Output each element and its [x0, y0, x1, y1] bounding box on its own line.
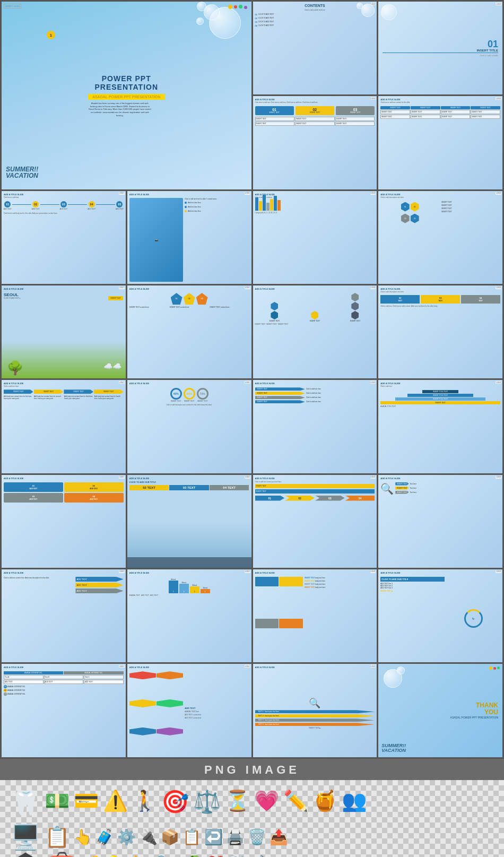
sd6: Click here to add text. — [4, 197, 124, 199]
slide-11[interactable]: LOGO ADD A TITLE SLIDE 01 02 03 INSERT T… — [127, 285, 251, 378]
slide-22[interactable]: LOGO ADD A TITLE SLIDE Click to add text… — [2, 569, 126, 662]
thankyou-sub: ASADAL POWER PPT PRESENTATION — [383, 716, 498, 719]
seoul-sub: CLICK TO ADD TEXT ♦ — [4, 297, 124, 299]
sn26: LOGO — [119, 665, 125, 668]
hex-content: 01 02 03 04 INSERT TEXT INSERT TEXT INSE… — [380, 201, 500, 223]
slide-20[interactable]: LOGO ADD A TITLE SLIDE Click to add text… — [253, 475, 377, 568]
warning-icon: ⚠️ — [103, 791, 128, 811]
deco-bubble-title — [381, 4, 397, 20]
slide-28[interactable]: LOGO ADD A TITLE SLIDE 🔍 TEXT 1 · Insert… — [253, 664, 377, 757]
content-24: INSERT TEXT body text here INSERT TEXT b… — [255, 577, 375, 660]
sh4: ADD A TITLE SLIDE — [255, 98, 375, 101]
sd17: Click to add text. — [380, 386, 500, 388]
slide-8[interactable]: LOGO ADD A TITLE SLIDE Click to add text… — [253, 191, 377, 284]
sh14: ADD A TITLE SLIDE — [4, 382, 124, 385]
slide-14[interactable]: LOGO ADD A TITLE SLIDE Click to add text… — [2, 380, 126, 473]
hero-sub-title: ASADAL POWER PPT PRESENTATION — [88, 94, 165, 100]
tree-icon: 🌳 — [7, 360, 23, 376]
banner-steps-13: 02TEXT 03TEXT 04TEXT — [380, 295, 500, 304]
slide-26[interactable]: LOGO ADD A TITLE SLIDE ASADAL INTERNET I… — [2, 664, 126, 757]
sh10: ADD A TITLE SLIDE — [4, 288, 124, 290]
arrow-row-14: INSERT TEXT INSERT TEXT INSERT TEXT INSE… — [4, 389, 124, 394]
sn8: LOGO — [370, 192, 376, 195]
slide-21[interactable]: LOGO ADD A TITLE SLIDE 🔍 INSERT TEXT Tex… — [378, 475, 502, 568]
slide-insert-title[interactable]: LOGO 01 INSERT TITLE Click to add subtit… — [378, 2, 502, 94]
hero-title-block: POWER PPTPRESENTATION ASADAL POWER PPT P… — [88, 74, 165, 117]
slide-17[interactable]: LOGO ADD A TITLE SLIDE Click to add text… — [378, 380, 502, 473]
thank-vacation: SUMMER!!VACATION — [381, 743, 406, 753]
contents-item-3: 03 CLICK TO ADD TEXT — [255, 20, 375, 24]
sd20: Click to add text. Insert your text here… — [255, 481, 375, 483]
slide-24[interactable]: LOGO ADD A TITLE SLIDE INSERT TEXT body … — [253, 569, 377, 662]
seoul-label: SEOUL — [4, 292, 124, 297]
table-4: INSERT TEXT INSERT TEXT INSERT TEXT INSE… — [255, 117, 375, 126]
content-27: ADD TEXT ASADAL TEXT here ADD TEXT conte… — [129, 671, 249, 755]
pentagon-row: 01 02 03 — [129, 293, 249, 305]
sn4: LOGO — [370, 97, 376, 100]
sd5: Click here to add text content for the s… — [380, 102, 500, 104]
sh23: ADD A TITLE SLIDE — [129, 572, 249, 574]
slide-18[interactable]: LOGO ADD A TITLE SLIDE 01ADD TEXT 02ADD … — [2, 475, 126, 568]
slide-7[interactable]: LOGO ADD A TITLE SLIDE 📷 Click to add te… — [127, 191, 251, 284]
slide-25[interactable]: LOGO ADD A TITLE SLIDE CLICK TO ADD SUB … — [378, 569, 502, 662]
sn5: LOGO — [496, 97, 501, 100]
bubble-small — [197, 2, 206, 11]
sh20: ADD A TITLE SLIDE — [255, 477, 375, 480]
slide-5[interactable]: LOGO ADD A TITLE SLIDE Click here to add… — [378, 96, 502, 189]
slide-num-badge-2: LOGO — [496, 3, 501, 5]
slide-grid: INSERT LOGO POWER PPTPRESENTATION ASADAL… — [0, 0, 504, 759]
table-26: ASADAL INTERNET INC. ASADAL INTERNET INC… — [4, 671, 124, 696]
insert-text-20: INSERT TEXT — [255, 484, 375, 488]
sn14: LOGO — [119, 381, 125, 384]
insert-subtitle: Click to add subtitle — [383, 54, 498, 57]
text-grid-5: INSERT TEXT INSERT TEXT INSERT TEXT INSE… — [380, 106, 500, 119]
desc15: Click to add descriptive text content fo… — [129, 404, 249, 406]
slide-16[interactable]: LOGO ADD A TITLE SLIDE INSERT TEXT Click… — [253, 380, 377, 473]
png-content: 🦷 💵 💳 ⚠️ 🚶 🎯 ⚖️ ⏳ 💗 ✏️ 🍯 👥 — [0, 780, 504, 858]
slide-9[interactable]: LOGO ADD A TITLE SLIDE Click to add desc… — [378, 191, 502, 284]
thank-text-block: THANKYOU ASADAL POWER PPT PRESENTATION — [383, 702, 498, 719]
slide-13[interactable]: LOGO ADD A TITLE SLIDE Click to add desc… — [378, 285, 502, 378]
slide-27[interactable]: LOGO ADD A TITLE SLIDE ADD TEXT ASADAL T… — [127, 664, 251, 757]
scales-icon: ⚖️ — [193, 791, 221, 813]
content-25: CLICK TO ADD SUB TITLE ADD TEXT line 1 A… — [380, 577, 500, 660]
slide-23[interactable]: LOGO ADD A TITLE SLIDE 4text 4 3text 3 2… — [127, 569, 251, 662]
sh21: ADD A TITLE SLIDE — [380, 477, 500, 480]
content-21: 🔍 INSERT TEXT Text here INSERT TEXT Text… — [380, 482, 500, 495]
sn9: LOGO — [496, 192, 501, 195]
slide-thankyou[interactable]: THANKYOU ASADAL POWER PPT PRESENTATION S… — [378, 664, 502, 757]
slide-hero[interactable]: INSERT LOGO POWER PPTPRESENTATION ASADAL… — [2, 2, 251, 189]
sh13: ADD A TITLE SLIDE — [380, 288, 500, 290]
slide-6[interactable]: LOGO ADD A TITLE SLIDE Click here to add… — [2, 191, 126, 284]
jar-icon: 🍯 — [312, 791, 337, 811]
sh25: ADD A TITLE SLIDE — [380, 572, 500, 574]
sn24: LOGO — [370, 570, 376, 573]
sh5: ADD A TITLE SLIDE — [380, 98, 500, 101]
slide-15[interactable]: LOGO ADD A TITLE SLIDE 40% INSERT TEXT 5… — [127, 380, 251, 473]
staircase-23: 4text 4 3text 3 2text 2 1text 1 — [129, 578, 249, 593]
sn21: LOGO — [496, 476, 501, 479]
sh8: ADD A TITLE SLIDE — [255, 193, 375, 196]
outline-icons-1: 👆 🧳 ⚙️ 🔌 📦 📋 ↩️ 🖨️ 🗑️ 📤 — [74, 828, 288, 846]
city-skyline — [127, 557, 251, 568]
content-22: Click to add text content here. Add main… — [4, 577, 124, 660]
creditcard-icon: 💳 — [74, 791, 99, 811]
steps-5: 01ADD TEXT 02ADD TEXT 03ADD TEXT 04ADD T… — [4, 201, 124, 210]
sh27: ADD A TITLE SLIDE — [129, 666, 249, 669]
slide-12[interactable]: LOGO ADD A TITLE SLIDE INSERT TEXT INSER… — [253, 285, 377, 378]
slide-19[interactable]: LOGO ADD A TITLE SLIDE CLICK TO ADD SUB … — [127, 475, 251, 568]
sn18: LOGO — [119, 476, 125, 479]
sh28: ADD A TITLE SLIDE — [255, 666, 375, 669]
magnifier-28: 🔍 — [255, 697, 375, 709]
sh6: ADD A TITLE SLIDE — [4, 193, 124, 196]
sd4: Click here to add text. Click here to ad… — [255, 102, 375, 104]
slide-contents[interactable]: LOGO CONTENTS Click to add subtitle text… — [253, 2, 377, 94]
sh16: ADD A TITLE SLIDE — [255, 382, 375, 385]
server-icon: 🖥️ — [11, 825, 40, 849]
outline-icons-2: 🎓 🧰 💰 💡 ⚠️ 🔗 ✚ ♻️ 💔 📡 🔬 — [8, 849, 496, 858]
sn11: LOGO — [245, 287, 250, 289]
steps-3: 01 INSERT TEXT 02 INSERT TEXT 03 INSERT … — [255, 106, 375, 115]
slide-10[interactable]: LOGO ADD A TITLE SLIDE SEOUL CLICK TO AD… — [2, 285, 126, 378]
slide-4[interactable]: LOGO ADD A TITLE SLIDE Click here to add… — [253, 96, 377, 189]
insert-logo: INSERT LOGO — [4, 4, 21, 8]
